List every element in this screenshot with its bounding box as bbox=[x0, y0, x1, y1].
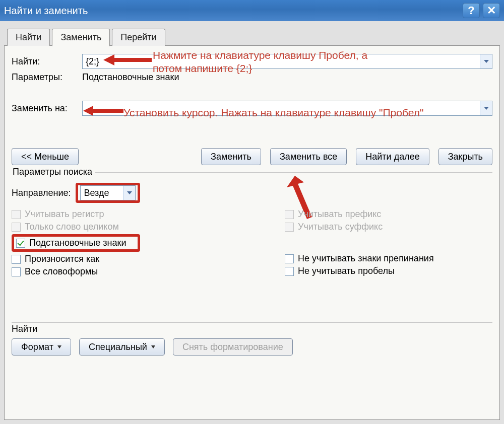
special-button[interactable]: Специальный bbox=[79, 338, 165, 356]
find-next-button[interactable]: Найти далее bbox=[356, 148, 429, 165]
hint-replace: Установить курсор. Нажать на клавиатуре … bbox=[123, 106, 423, 119]
bottom-legend: Найти bbox=[12, 324, 492, 334]
tab-find[interactable]: Найти bbox=[7, 29, 50, 46]
arrow-find-icon bbox=[103, 53, 154, 66]
find-dropdown-icon[interactable] bbox=[480, 54, 492, 68]
ck-forms[interactable]: Все словоформы bbox=[12, 266, 219, 277]
checkbox-icon bbox=[285, 210, 294, 219]
checkbox-icon bbox=[12, 210, 21, 219]
direction-row: Направление: Везде bbox=[12, 183, 492, 203]
find-input-text: {2;} bbox=[86, 56, 99, 67]
wildcards-highlight: Подстановочные знаки bbox=[12, 234, 140, 252]
checkbox-icon bbox=[12, 255, 21, 264]
chevron-down-icon bbox=[127, 191, 132, 194]
ck-wildcards[interactable]: Подстановочные знаки bbox=[16, 238, 126, 248]
ck-punct[interactable]: Не учитывать знаки препинания bbox=[285, 253, 492, 264]
less-button[interactable]: << Меньше bbox=[12, 148, 79, 165]
buttons-row: << Меньше Заменить Заменить все Найти да… bbox=[12, 148, 492, 165]
checkbox-icon bbox=[285, 267, 294, 276]
replace-all-button[interactable]: Заменить все bbox=[270, 148, 347, 165]
ck-whole-word: Только слово целиком bbox=[12, 222, 219, 232]
find-label: Найти: bbox=[12, 56, 82, 67]
options-columns: Учитывать регистр Только слово целиком П… bbox=[12, 207, 492, 279]
titlebar: Найти и заменить ? ✕ bbox=[0, 0, 504, 21]
tab-goto[interactable]: Перейти bbox=[112, 29, 165, 46]
chevron-down-icon bbox=[484, 60, 489, 63]
checkbox-icon bbox=[12, 223, 21, 232]
options-left: Учитывать регистр Только слово целиком П… bbox=[12, 207, 219, 279]
window-title: Найти и заменить bbox=[4, 5, 460, 17]
ck-match-case: Учитывать регистр bbox=[12, 209, 219, 220]
search-options-legend: Параметры поиска bbox=[10, 167, 95, 177]
options-right: Учитывать префикс Учитывать суффикс Не у… bbox=[219, 207, 492, 279]
close-dialog-button[interactable]: Закрыть bbox=[438, 148, 492, 165]
direction-select[interactable]: Везде bbox=[80, 185, 136, 200]
search-options: Параметры поиска Направление: Везде Учит… bbox=[12, 172, 492, 356]
chevron-down-icon bbox=[57, 345, 61, 348]
clear-format-button: Снять форматирование bbox=[173, 338, 293, 356]
direction-highlight: Везде bbox=[76, 183, 140, 203]
direction-drop-icon[interactable] bbox=[123, 186, 135, 200]
direction-value: Везде bbox=[84, 188, 109, 198]
replace-button[interactable]: Заменить bbox=[201, 148, 261, 165]
tabs: Найти Заменить Перейти bbox=[7, 28, 504, 46]
ck-sounds[interactable]: Произносится как bbox=[12, 254, 219, 264]
ck-prefix: Учитывать префикс bbox=[285, 209, 492, 220]
format-button[interactable]: Формат bbox=[12, 338, 71, 356]
ck-ws[interactable]: Не учитывать пробелы bbox=[285, 266, 492, 276]
tab-replace[interactable]: Заменить bbox=[52, 29, 110, 46]
ck-suffix: Учитывать суффикс bbox=[285, 222, 492, 232]
checkbox-icon bbox=[285, 223, 294, 232]
checkbox-icon bbox=[285, 254, 294, 263]
bottom-section: Найти Формат Специальный Снять форматиро… bbox=[12, 322, 492, 356]
help-icon: ? bbox=[468, 4, 474, 17]
close-icon: ✕ bbox=[487, 4, 496, 17]
params-label: Параметры: bbox=[12, 72, 82, 83]
help-button[interactable]: ? bbox=[463, 3, 480, 18]
close-button[interactable]: ✕ bbox=[483, 3, 500, 18]
arrow-replace-icon bbox=[83, 105, 124, 116]
direction-label: Направление: bbox=[12, 188, 71, 198]
replace-label: Заменить на: bbox=[12, 103, 82, 114]
replace-panel: Найти: {2;} Нажмите на клавиатуре клавиш… bbox=[4, 45, 500, 420]
hint-find: Нажмите на клавиатуре клавишу Пробел, а … bbox=[153, 49, 367, 76]
replace-dropdown-icon[interactable] bbox=[480, 101, 492, 115]
chevron-down-icon bbox=[484, 107, 489, 110]
checkbox-icon bbox=[12, 267, 21, 276]
checkbox-checked-icon bbox=[16, 239, 25, 248]
chevron-down-icon bbox=[151, 345, 155, 348]
